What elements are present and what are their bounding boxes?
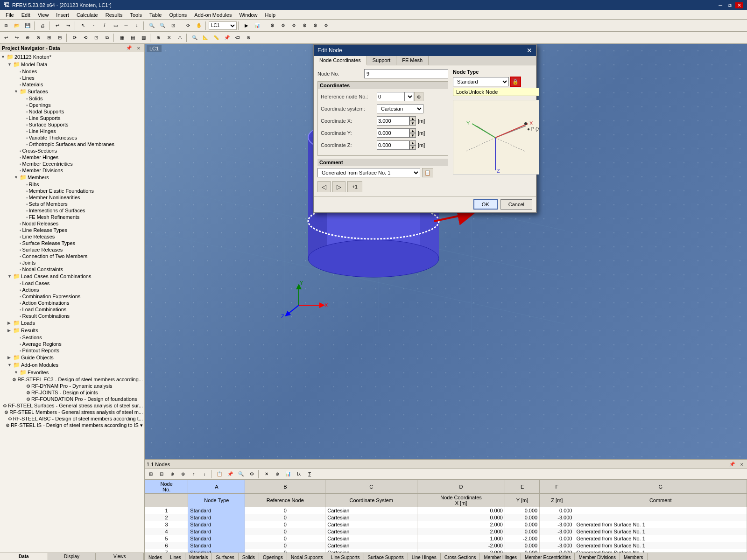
cancel-btn[interactable]: Cancel [500,199,532,210]
bottom-tab-cross-sections[interactable]: Cross-Sections [441,553,480,560]
tt-6[interactable]: ↓ [199,469,210,479]
coord-y-input[interactable] [377,128,409,138]
save-btn[interactable]: 💾 [22,21,33,30]
prev-node-btn[interactable]: ◁ [317,181,331,192]
new-btn[interactable]: 🗎 [1,21,11,30]
tb-extra-2[interactable]: ⚙ [278,21,288,30]
tree-item-surface-supports[interactable]: ▪Surface Supports [1,121,143,128]
tree-item-member-eccentricities[interactable]: ▪Member Eccentricities [1,161,143,167]
nav-tab-views[interactable]: Views [96,553,144,560]
tree-item-line-releases[interactable]: ▪Line Releases [1,233,143,240]
tree-item-nodal-supports[interactable]: ▪Nodal Supports [1,108,143,115]
node-type-select[interactable]: Standard [453,77,509,86]
tree-item-printout-reports[interactable]: ▪Printout Reports [1,347,143,354]
table-row[interactable]: 6Standard0Cartesian-2.0000.000-3.000Gene… [145,542,747,549]
tb2-20[interactable]: 📌 [222,33,232,42]
coord-z-input[interactable] [377,140,409,150]
table-row[interactable]: 7Standard0Cartesian-2.0000.0000.000Gener… [145,549,747,553]
tb2-7[interactable]: ⟳ [70,33,80,42]
tree-item-load-cases-comb[interactable]: ▼📁Load Cases and Combinations [1,273,143,280]
tree-item-actions[interactable]: ▪Actions [1,287,143,293]
tree-item-sections[interactable]: ▪Sections [1,334,143,341]
coord-x-down[interactable]: ▼ [409,121,416,126]
bottom-tab-member-hinges[interactable]: Member Hinges [480,553,521,560]
tt-8[interactable]: 📌 [225,469,235,479]
tab-support[interactable]: Support [367,56,397,65]
tree-item-orthotropic[interactable]: ▪Orthotropic Surfaces and Membranes [1,141,143,147]
bottom-tab-members[interactable]: Members [620,553,648,560]
coord-z-down[interactable]: ▼ [409,145,416,150]
tree-item-line-hinges[interactable]: ▪Line Hinges [1,128,143,134]
rotate-btn[interactable]: ⟳ [183,21,193,30]
select-btn[interactable]: ↖ [78,21,88,30]
lock-unlock-btn[interactable]: 🔒 [510,77,521,87]
node-btn[interactable]: · [89,21,99,30]
tree-item-rf-joints[interactable]: ⚙RF-JOINTS - Design of joints [1,389,143,396]
tt-15[interactable]: ∑ [304,469,315,479]
bottom-tab-surfaces[interactable]: Surfaces [212,553,238,560]
menu-edit[interactable]: Edit [18,12,34,18]
ref-node-input[interactable] [377,92,405,101]
tt-12[interactable]: ⊛ [272,469,282,479]
tb2-5[interactable]: ⊞ [44,33,54,42]
tree-item-load-cases[interactable]: ▪Load Cases [1,280,143,287]
tree-item-rf-steel-aisc[interactable]: ⚙RF-STEEL AISC - Design of steel members… [1,415,143,422]
tb2-14[interactable]: ⊕ [153,33,163,42]
tree-item-root[interactable]: ▼📁201123 Knoten* [1,53,143,61]
menu-help[interactable]: Help [261,12,280,18]
bottom-tab-nodes[interactable]: Nodes [145,553,166,560]
tree-item-nodes[interactable]: ▪Nodes [1,68,143,75]
tree-item-surfaces[interactable]: ▼📁Surfaces [1,88,143,95]
menu-file[interactable]: File [2,12,18,18]
ref-node-pick-btn[interactable]: ⊕ [414,92,423,101]
tree-item-ribs[interactable]: ▪Ribs [1,181,143,188]
open-btn[interactable]: 📂 [12,21,22,30]
tb2-18[interactable]: 📐 [200,33,211,42]
bottom-tab-line-supports[interactable]: Line Supports [327,553,364,560]
tree-item-combination-expressions[interactable]: ▪Combination Expressions [1,293,143,300]
tb-extra-3[interactable]: ⚙ [289,21,299,30]
tb2-9[interactable]: ⊡ [91,33,101,42]
bottom-tab-materials[interactable]: Materials [185,553,212,560]
tree-item-line-supports[interactable]: ▪Line Supports [1,115,143,121]
menu-results[interactable]: Results [102,12,127,18]
ref-node-select[interactable]: ▾ [405,92,414,101]
node-no-input[interactable] [364,69,448,78]
bottom-tab-nodal-supports[interactable]: Nodal Supports [287,553,327,560]
tt-13[interactable]: 📊 [283,469,293,479]
tree-item-rf-steel-is[interactable]: ⚙RF-STEEL IS - Design of steel members a… [1,422,143,429]
table-row[interactable]: 5Standard0Cartesian1.000-2.0000.000Gener… [145,535,747,542]
tb2-19[interactable]: 📏 [211,33,221,42]
menu-options[interactable]: Options [165,12,190,18]
bottom-tab-solids[interactable]: Solids [239,553,259,560]
tree-item-cross-sections[interactable]: ▪Cross-Sections [1,147,143,154]
tree-item-nodal-releases[interactable]: ▪Nodal Releases [1,220,143,227]
tt-3[interactable]: ⊕ [167,469,177,479]
nav-close-btn[interactable]: × [135,45,142,51]
tt-10[interactable]: ⚙ [247,469,257,479]
bottom-tab-lines[interactable]: Lines [166,553,185,560]
tree-item-nodal-constraints[interactable]: ▪Nodal Constraints [1,266,143,273]
nav-tab-data[interactable]: Data [0,553,48,560]
next-node-btn[interactable]: ▷ [332,181,345,192]
tree-item-members[interactable]: ▼📁Members [1,174,143,181]
table-row[interactable]: 1Standard0Cartesian0.0000.0000.000 [145,507,747,514]
tb2-8[interactable]: ⟲ [80,33,91,42]
table-row[interactable]: 2Standard0Cartesian0.0000.000-3.000 [145,514,747,521]
viewport-3d[interactable]: LC1 [145,44,747,459]
tree-item-line-release-types[interactable]: ▪Line Release Types [1,227,143,233]
title-bar-controls[interactable]: ─ ⧉ ✕ [717,2,743,8]
tt-9[interactable]: 🔍 [236,469,246,479]
load-btn[interactable]: ↓ [132,21,142,30]
minimize-btn[interactable]: ─ [717,2,724,8]
tree-item-model-data[interactable]: ▼📁Model Data [1,61,143,68]
tree-item-rf-foundation[interactable]: ⚙RF-FOUNDATION Pro - Design of foundatio… [1,396,143,402]
coord-sys-select[interactable]: Cartesian [377,104,423,113]
tree-item-openings[interactable]: ▪Openings [1,102,143,108]
tree-item-guide-objects[interactable]: ▶📁Guide Objects [1,354,143,361]
bottom-tab-line-hinges[interactable]: Line Hinges [408,553,441,560]
fit-btn[interactable]: ⊡ [168,21,178,30]
comment-input[interactable]: Generated from Surface No. 1 [317,168,420,177]
tree-item-addon-modules[interactable]: ▼📁Add-on Modules [1,361,143,369]
tb2-4[interactable]: ⊗ [33,33,43,42]
